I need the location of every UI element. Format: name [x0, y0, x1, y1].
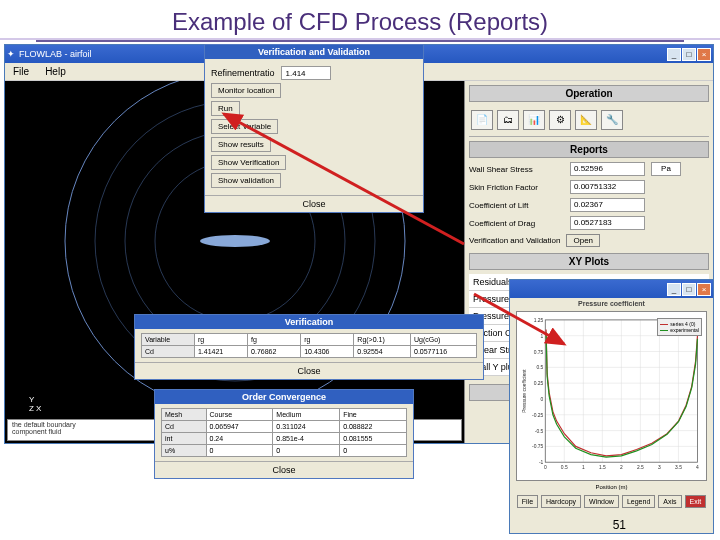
chart-file-button[interactable]: File	[517, 495, 538, 508]
minimize-button[interactable]: _	[667, 283, 681, 296]
report-row-cl: Coefficient of Lift 0.02367	[469, 198, 709, 212]
show-verification-button[interactable]: Show Verification	[211, 155, 286, 170]
svg-text:0.75: 0.75	[534, 350, 544, 355]
slide-stage: ✦ FLOWLAB - airfoil _ □ × File Help	[4, 44, 716, 534]
report-label: Wall Shear Stress	[469, 165, 564, 174]
verification-title: Verification	[135, 315, 483, 329]
svg-text:0.5: 0.5	[561, 465, 568, 470]
report-label: Coefficient of Lift	[469, 201, 564, 210]
legend-label: experimental	[670, 327, 699, 333]
menu-file[interactable]: File	[13, 66, 29, 77]
chart-exit-button[interactable]: Exit	[685, 495, 707, 508]
chart-toolbar: File Hardcopy Window Legend Axis Exit	[510, 491, 713, 512]
report-value[interactable]: 0.00751332	[570, 180, 645, 194]
report-value[interactable]: 0.52596	[570, 162, 645, 176]
table-cell: Variable	[142, 334, 195, 346]
chart-window: _ □ × Pressure coefficient -1-0.75-0.5-0…	[509, 279, 714, 534]
maximize-button[interactable]: □	[682, 283, 696, 296]
operation-toolbar: 📄 🗂 📊 ⚙ 📐 🔧	[469, 106, 709, 137]
order-conv-table: Mesh Course Medium Fine Cd 0.065947 0.31…	[161, 408, 407, 457]
refinement-input[interactable]	[281, 66, 331, 80]
table-cell: 0.92554	[354, 346, 411, 358]
table-cell: 0	[340, 445, 407, 457]
monitor-location-button[interactable]: Monitor location	[211, 83, 281, 98]
table-cell: rg	[301, 334, 354, 346]
svg-text:0: 0	[544, 465, 547, 470]
table-cell: Cd	[142, 346, 195, 358]
chart-axis-button[interactable]: Axis	[658, 495, 681, 508]
order-conv-title: Order Convergence	[155, 390, 413, 404]
report-row-wss: Wall Shear Stress 0.52596 Pa	[469, 162, 709, 176]
table-cell: Course	[206, 409, 273, 421]
app-title-text: FLOWLAB - airfoil	[19, 49, 92, 59]
chart-legend: series 4 (0) experimental	[657, 318, 702, 336]
table-cell: int	[162, 433, 207, 445]
report-row-sff: Skin Friction Factor 0.00751332	[469, 180, 709, 194]
verification-close[interactable]: Close	[135, 362, 483, 379]
chart-xlabel: Position (m)	[510, 483, 713, 491]
report-value[interactable]: 0.0527183	[570, 216, 645, 230]
close-button[interactable]: ×	[697, 48, 711, 61]
report-unit[interactable]: Pa	[651, 162, 681, 176]
report-label: Skin Friction Factor	[469, 183, 564, 192]
show-validation-button[interactable]: Show validation	[211, 173, 281, 188]
report-value[interactable]: 0.02367	[570, 198, 645, 212]
table-cell: Fine	[340, 409, 407, 421]
report-row-cd: Coefficient of Drag 0.0527183	[469, 216, 709, 230]
axes-label: Y Z X	[29, 395, 41, 413]
chart-legend-button[interactable]: Legend	[622, 495, 655, 508]
title-underline	[0, 40, 720, 42]
table-cell: 0.24	[206, 433, 273, 445]
reports-section: Reports Wall Shear Stress 0.52596 Pa Ski…	[469, 141, 709, 247]
operation-header: Operation	[469, 85, 709, 102]
open-button[interactable]: Open	[566, 234, 600, 247]
window-title: ✦ FLOWLAB - airfoil	[7, 49, 92, 59]
op-icon-4[interactable]: ⚙	[549, 110, 571, 130]
run-button[interactable]: Run	[211, 101, 240, 116]
table-cell: Ug(cGo)	[410, 334, 476, 346]
menu-help[interactable]: Help	[45, 66, 66, 77]
verification-table: Variable rg fg rg Rg(>0.1) Ug(cGo) Cd 1.…	[141, 333, 477, 358]
table-cell: fg	[248, 334, 301, 346]
maximize-button[interactable]: □	[682, 48, 696, 61]
vv-open-row: Verification and Validation Open	[469, 234, 709, 247]
svg-text:1.5: 1.5	[599, 465, 606, 470]
table-cell: 10.4306	[301, 346, 354, 358]
op-icon-1[interactable]: 📄	[471, 110, 493, 130]
op-icon-6[interactable]: 🔧	[601, 110, 623, 130]
xy-plots-header: XY Plots	[469, 253, 709, 270]
show-results-button[interactable]: Show results	[211, 137, 271, 152]
svg-text:2.5: 2.5	[637, 465, 644, 470]
chart-window-button[interactable]: Window	[584, 495, 619, 508]
op-icon-5[interactable]: 📐	[575, 110, 597, 130]
vv-dialog-title: Verification and Validation	[205, 45, 423, 59]
table-cell: 0	[273, 445, 340, 457]
table-cell: 0	[206, 445, 273, 457]
table-cell: rg	[194, 334, 247, 346]
minimize-button[interactable]: _	[667, 48, 681, 61]
table-cell: Medium	[273, 409, 340, 421]
svg-text:-0.75: -0.75	[532, 444, 544, 449]
svg-text:-0.5: -0.5	[535, 429, 544, 434]
op-icon-3[interactable]: 📊	[523, 110, 545, 130]
svg-text:4: 4	[696, 465, 699, 470]
vv-label: Verification and Validation	[469, 236, 560, 245]
close-button[interactable]: ×	[697, 283, 711, 296]
page-number: 51	[613, 518, 626, 532]
op-icon-2[interactable]: 🗂	[497, 110, 519, 130]
vv-close-bar[interactable]: Close	[205, 195, 423, 212]
svg-text:-1: -1	[539, 460, 544, 465]
table-cell: 0.0577116	[410, 346, 476, 358]
svg-text:1: 1	[582, 465, 585, 470]
table-cell: 0.851e-4	[273, 433, 340, 445]
order-conv-dialog: Order Convergence Mesh Course Medium Fin…	[154, 389, 414, 479]
select-variable-button[interactable]: Select Variable	[211, 119, 278, 134]
verification-dialog: Verification Variable rg fg rg Rg(>0.1) …	[134, 314, 484, 380]
order-conv-close[interactable]: Close	[155, 461, 413, 478]
svg-text:2: 2	[620, 465, 623, 470]
svg-text:-0.25: -0.25	[532, 413, 544, 418]
chart-window-title	[512, 284, 515, 294]
svg-point-4	[200, 235, 270, 247]
chart-hardcopy-button[interactable]: Hardcopy	[541, 495, 581, 508]
app-icon: ✦	[7, 49, 15, 59]
